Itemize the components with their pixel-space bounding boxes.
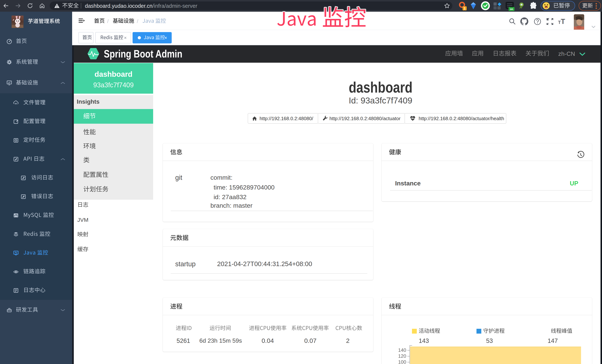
svg-text:on: on	[510, 8, 513, 11]
svg-text:1: 1	[464, 7, 465, 10]
